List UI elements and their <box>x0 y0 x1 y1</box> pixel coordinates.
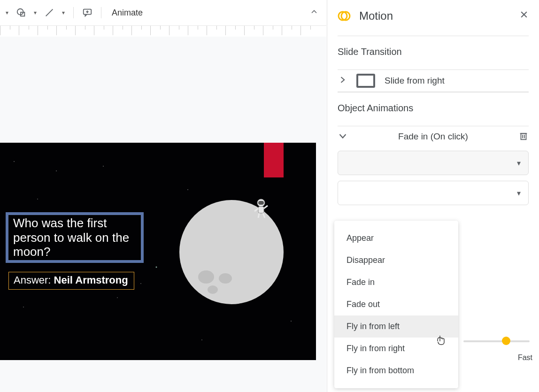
answer-text-box[interactable]: Answer: Neil Armstrong <box>8 272 134 290</box>
svg-point-0 <box>17 9 23 15</box>
dropdown-option-fade-in[interactable]: Fade in <box>334 271 458 293</box>
delete-animation-button[interactable] <box>518 130 529 143</box>
dropdown-option-appear[interactable]: Appear <box>334 227 458 249</box>
dropdown-arrow-icon: ▾ <box>517 159 521 168</box>
animation-trigger-select[interactable]: ▾ <box>338 181 529 205</box>
answer-value: Neil Armstrong <box>54 274 128 286</box>
moon-crater <box>198 270 214 284</box>
close-panel-button[interactable] <box>519 10 529 22</box>
animation-type-dropdown: Appear Disappear Fade in Fade out Fly in… <box>334 221 458 388</box>
line-tool[interactable] <box>42 8 56 18</box>
shape-tool[interactable] <box>14 8 28 18</box>
slide[interactable]: Who was the first person to walk on the … <box>0 143 316 360</box>
slide-transition-section: Slide Transition <box>338 36 529 69</box>
comment-tool[interactable] <box>80 8 94 18</box>
animation-row[interactable]: Fade in (On click) <box>338 126 529 147</box>
speed-slider[interactable]: Fast <box>463 340 530 342</box>
answer-prefix: Answer: <box>14 274 54 286</box>
dropdown-option-fade-out[interactable]: Fade out <box>334 293 458 315</box>
object-animations-heading: Object Animations <box>338 103 529 114</box>
svg-line-11 <box>258 213 259 218</box>
toolbar-separator <box>101 7 101 18</box>
toolbar: ▾ ▾ ▾ Animate <box>0 0 326 26</box>
question-text-box[interactable]: Who was the first person to walk on the … <box>6 212 144 263</box>
slide-transition-heading: Slide Transition <box>338 46 529 57</box>
toolbar-dropdown-arrow-1[interactable]: ▾ <box>4 9 10 16</box>
ruler <box>0 26 326 35</box>
dropdown-arrow-icon: ▾ <box>517 189 521 198</box>
animation-name: Fade in (On click) <box>357 131 509 142</box>
dropdown-option-fly-in-right[interactable]: Fly in from right <box>334 338 458 360</box>
svg-line-12 <box>263 213 265 218</box>
svg-line-9 <box>254 208 258 211</box>
toolbar-separator <box>73 7 74 18</box>
red-rectangle-shape[interactable] <box>264 143 284 177</box>
object-animations-section: Object Animations <box>338 92 529 125</box>
line-dropdown-arrow[interactable]: ▾ <box>60 9 67 16</box>
transition-row[interactable]: Slide from right <box>338 69 529 92</box>
moon-crater <box>219 273 232 284</box>
collapse-animation-icon[interactable] <box>338 131 348 143</box>
motion-icon <box>338 9 351 23</box>
transition-name: Slide from right <box>385 76 445 86</box>
shape-dropdown-arrow[interactable]: ▾ <box>32 9 38 16</box>
slide-thumb-icon <box>356 74 375 88</box>
svg-line-2 <box>46 9 53 16</box>
motion-panel: Motion Slide Transition Slide from right… <box>327 0 539 392</box>
svg-rect-7 <box>258 201 264 205</box>
slider-fast-label: Fast <box>518 354 532 362</box>
svg-line-10 <box>264 206 268 208</box>
dropdown-option-disappear[interactable]: Disappear <box>334 249 458 271</box>
svg-rect-8 <box>258 207 264 213</box>
svg-rect-17 <box>521 133 526 139</box>
dropdown-option-fly-in-bottom[interactable]: Fly in from bottom <box>334 360 458 382</box>
dropdown-option-fly-in-left[interactable]: Fly in from left <box>334 315 458 338</box>
slide-canvas[interactable]: Who was the first person to walk on the … <box>0 37 326 392</box>
panel-title: Motion <box>359 9 511 23</box>
collapse-toolbar-caret[interactable] <box>309 7 319 18</box>
expand-transition-icon[interactable] <box>338 75 347 86</box>
panel-header: Motion <box>338 9 529 23</box>
astronaut-image[interactable] <box>253 198 270 221</box>
animation-type-select[interactable]: ▾ <box>338 151 529 175</box>
answer-text: Answer: Neil Armstrong <box>14 274 128 286</box>
slider-thumb[interactable] <box>502 337 510 345</box>
question-text: Who was the first person to walk on the … <box>13 216 136 259</box>
moon-crater <box>208 285 218 294</box>
animate-menu[interactable]: Animate <box>112 8 143 18</box>
